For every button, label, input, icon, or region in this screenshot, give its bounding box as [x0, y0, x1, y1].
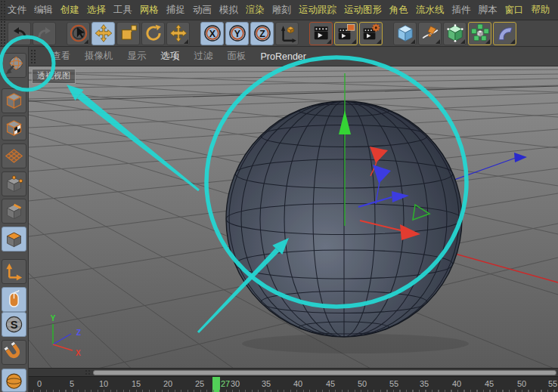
subdivision-surface-icon [445, 23, 465, 43]
svg-text:Z: Z [259, 29, 265, 39]
view-label: 透视视图 [32, 69, 76, 84]
deformer-bend-button[interactable] [493, 22, 516, 45]
viewport-panel: 查看 摄像机 显示 选项 过滤 面板 ProRender 透视视图 [29, 47, 558, 392]
vp-menu-cameras[interactable]: 摄像机 [85, 50, 113, 63]
model-mode-button[interactable] [2, 88, 26, 113]
subdivision-surface-button[interactable] [443, 22, 467, 45]
ruler-label: 35 [258, 379, 274, 388]
viewport-canvas[interactable]: 透视视图 [29, 66, 558, 368]
timeline-scrollbar[interactable] [93, 370, 556, 375]
texture-mode-button[interactable] [2, 116, 26, 140]
lock-y-axis-button[interactable]: Y [225, 22, 249, 45]
cloner-icon [470, 23, 490, 43]
gizmo-z-label: Z [76, 329, 81, 337]
spline-pen-button[interactable] [418, 22, 442, 45]
points-mode-icon [4, 174, 24, 194]
viewport-menu-grip[interactable] [30, 49, 37, 64]
workplane-lock-icon [4, 370, 24, 390]
menu-file[interactable]: 文件 [8, 4, 26, 17]
menu-help[interactable]: 帮助 [532, 4, 550, 17]
viewport-menubar: 查看 摄像机 显示 选项 过滤 面板 ProRender [29, 47, 558, 66]
vp-menu-prorender[interactable]: ProRender [261, 51, 306, 62]
points-mode-button[interactable] [2, 171, 26, 196]
move-tool-icon [94, 23, 113, 43]
make-editable-button[interactable] [2, 53, 26, 78]
render-settings-button[interactable] [359, 22, 383, 45]
workplane-mode-button[interactable] [2, 144, 26, 168]
menu-mesh[interactable]: 网格 [140, 4, 159, 17]
texture-mode-icon [4, 118, 24, 138]
redo-icon [36, 24, 54, 42]
menu-create[interactable]: 创建 [60, 4, 79, 17]
scale-tool-button[interactable] [116, 22, 140, 45]
ruler-label: 40 [290, 379, 306, 388]
render-view-button[interactable] [309, 22, 333, 45]
menu-render[interactable]: 渲染 [246, 4, 265, 17]
ruler-label: 45 [322, 379, 339, 388]
viewport-solo-button[interactable] [2, 287, 26, 312]
add-cube-object-button[interactable] [393, 22, 417, 45]
menu-character[interactable]: 角色 [389, 4, 408, 17]
scene-3d: Y Z X [29, 66, 558, 368]
menu-simulate[interactable]: 模拟 [219, 4, 238, 17]
menu-sculpt[interactable]: 雕刻 [272, 4, 291, 17]
cube-icon [395, 23, 415, 43]
sphere-object[interactable] [226, 101, 462, 337]
redo-button[interactable] [33, 22, 56, 45]
menu-animate[interactable]: 动画 [193, 4, 212, 17]
menu-plugins[interactable]: 插件 [452, 4, 471, 17]
render-to-picture-viewer-button[interactable] [334, 22, 358, 45]
vp-menu-display[interactable]: 显示 [128, 50, 147, 63]
lock-z-axis-button[interactable]: Z [250, 22, 274, 45]
z-axis-icon: Z [253, 23, 272, 43]
ruler-label: 50 [513, 379, 530, 388]
x-axis-icon: X [203, 23, 222, 43]
ruler-label: 5 [64, 379, 80, 388]
menu-edit[interactable]: 编辑 [34, 4, 53, 17]
undo-button[interactable] [8, 22, 31, 45]
move-tool-button[interactable] [91, 22, 115, 45]
ruler-label: 20 [160, 379, 176, 388]
cinema4d-window: 文件 编辑 创建 选择 工具 网格 捕捉 动画 模拟 渲染 雕刻 运动跟踪 运动… [0, 0, 558, 392]
menu-mograph[interactable]: 运动图形 [344, 4, 382, 17]
live-selection-button[interactable] [67, 22, 90, 45]
mode-sidebar: S [0, 47, 29, 392]
menu-select[interactable]: 选择 [87, 4, 106, 17]
ruler-label: 40 [448, 379, 465, 388]
menu-window[interactable]: 窗口 [505, 4, 524, 17]
lock-x-axis-button[interactable]: X [200, 22, 224, 45]
axis-arrows-icon [4, 261, 24, 282]
ruler-label: 45 [481, 379, 498, 388]
track-grip[interactable] [85, 369, 91, 376]
vp-menu-options[interactable]: 选项 [161, 50, 180, 63]
enable-snap-button[interactable] [2, 340, 26, 365]
menu-motion-tracker[interactable]: 运动跟踪 [299, 4, 336, 17]
edge-mode-button[interactable] [2, 199, 26, 224]
menubar-grip[interactable] [0, 0, 5, 20]
vp-menu-view[interactable]: 查看 [51, 50, 70, 63]
snap-settings-button[interactable]: S [2, 312, 26, 337]
model-mode-icon [4, 91, 24, 111]
timeline-ruler[interactable]: 0 5 10 15 20 25 27 30 35 40 45 50 55 35 … [29, 376, 558, 392]
ruler-label: 30 [227, 379, 243, 388]
menu-snap[interactable]: 捕捉 [166, 4, 185, 17]
ruler-label: 55 [544, 379, 558, 388]
toolbar-grip[interactable] [0, 20, 5, 47]
rotate-tool-button[interactable] [141, 22, 165, 45]
polygon-mode-button[interactable] [2, 227, 26, 252]
menu-script[interactable]: 脚本 [479, 4, 498, 17]
vp-menu-panel[interactable]: 面板 [228, 50, 246, 63]
timeline-track-row [29, 368, 558, 376]
lock-workplane-button[interactable] [2, 369, 26, 392]
last-used-tool-button[interactable] [166, 22, 190, 45]
svg-text:X: X [209, 29, 215, 39]
render-view-icon [312, 23, 331, 43]
menu-pipeline[interactable]: 流水线 [416, 4, 445, 17]
ruler-label: 35 [416, 379, 432, 388]
vp-menu-filter[interactable]: 过滤 [194, 50, 213, 63]
menu-tools[interactable]: 工具 [113, 4, 132, 17]
mograph-cloner-button[interactable] [468, 22, 491, 45]
coordinate-system-button[interactable] [275, 22, 299, 45]
magnet-icon [4, 342, 24, 363]
enable-axis-button[interactable] [2, 259, 26, 284]
